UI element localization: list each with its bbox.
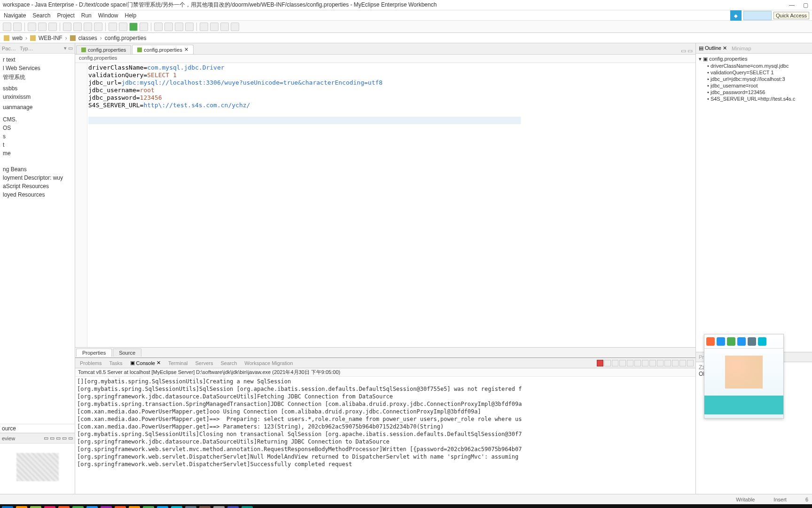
assistant-footer[interactable] [704,396,783,414]
toolbar-button[interactable] [73,23,82,31]
taskbar-app-icon[interactable] [2,506,13,508]
taskbar-app-icon[interactable] [101,506,112,508]
toolbar-button[interactable] [164,23,173,31]
toolbar-button[interactable] [84,23,92,31]
view-tab[interactable]: Pac… [2,46,16,51]
tab-source[interactable]: Source [113,349,141,357]
taskbar-app-icon[interactable] [86,506,98,508]
assistant-floating-panel[interactable] [704,334,784,419]
tree-item[interactable]: s [1,132,74,141]
tree-item[interactable]: r text [1,56,74,64]
menu-search[interactable]: Search [32,12,50,19]
tree-item[interactable]: loyed Resources [1,190,74,199]
toolbar-button[interactable] [175,23,183,31]
toolbar-button[interactable] [28,23,36,31]
console-toolbar-button[interactable] [634,360,641,366]
breadcrumb-segment[interactable]: WEB-INF [39,35,62,41]
breadcrumb-segment[interactable]: config.properties [105,35,147,41]
tree-item[interactable]: loyment Descriptor: wuy [1,174,74,182]
taskbar-app-icon[interactable] [72,506,84,508]
console-toolbar-button[interactable] [657,360,664,366]
toolbar-button[interactable] [13,23,22,31]
console-toolbar-button[interactable] [672,360,679,366]
perspective-icon[interactable]: ◆ [730,10,742,21]
outline-view[interactable]: ▾ ▣ config.properties • driverClassName=… [696,54,812,352]
tab-console[interactable]: ▣ Console ✕ [127,359,164,367]
assistant-tool-icon[interactable] [758,337,766,346]
menu-help[interactable]: Help [125,12,136,19]
package-explorer-tree[interactable]: r textl Web Services管理系统ssbbsunxinxissmu… [0,54,75,424]
toolbar-button[interactable] [63,23,71,31]
toolbar-button[interactable] [119,23,127,31]
outline-item[interactable]: • jdbc_username=root [707,82,809,89]
menu-run[interactable]: Run [81,12,92,19]
console-output[interactable]: [][org.mybatis.spring.SqlSessionUtils]Cr… [75,377,695,494]
tree-item[interactable]: ssbbs [1,84,74,93]
tree-item[interactable]: uanmanage [1,103,74,111]
toolbar-button[interactable] [154,23,163,31]
console-toolbar-button[interactable] [664,360,671,366]
taskbar-app-icon[interactable] [143,506,154,508]
assistant-tool-icon[interactable] [706,337,715,346]
breadcrumb-segment[interactable]: classes [78,35,97,41]
toolbar-button[interactable] [3,23,11,31]
menu-window[interactable]: Window [98,12,118,19]
tab-tasks[interactable]: Tasks [106,359,125,367]
tree-item[interactable]: t [1,141,74,149]
assistant-tool-icon[interactable] [748,337,756,346]
maximize-view-button[interactable] [687,360,694,366]
tab-search[interactable]: Search [218,359,240,367]
console-toolbar-button[interactable] [619,360,626,366]
tab-minimap[interactable]: Minimap [732,46,751,51]
taskbar-app-icon[interactable] [171,506,182,508]
editor-tab[interactable]: config.properties [76,45,131,54]
taskbar-app-icon[interactable] [129,506,140,508]
quick-access-label[interactable]: Quick Access [773,12,809,19]
code-editor[interactable]: driverClassName=com.mysql.jdbc.Driverval… [75,63,695,347]
tree-item[interactable]: l Web Services [1,64,74,72]
taskbar-app-icon[interactable] [44,506,55,508]
tree-item[interactable]: OS [1,124,74,132]
preview-tab[interactable]: eview [2,436,15,441]
tree-item[interactable]: 管理系统 [1,72,74,82]
toolbar-button[interactable] [220,23,229,31]
window-minimize-icon[interactable]: — [789,2,795,8]
taskbar-app-icon[interactable] [199,506,211,508]
terminate-button[interactable] [597,360,603,366]
tree-item[interactable]: unxinxissm [1,93,74,101]
taskbar-app-icon[interactable] [227,506,239,508]
console-toolbar-button[interactable] [642,360,648,366]
source-folder[interactable]: ource [0,424,75,433]
console-toolbar-button[interactable] [604,360,611,366]
outline-item[interactable]: • S4S_SERVER_URL=http://test.s4s.c [707,95,809,102]
toolbar-button[interactable] [48,23,57,31]
taskbar-app-icon[interactable] [185,506,196,508]
assistant-tool-icon[interactable] [727,337,735,346]
minimize-view-button[interactable] [679,360,686,366]
toolbar-button[interactable] [231,23,239,31]
tab-outline[interactable]: ▤ Outline ✕ [699,45,727,51]
tree-item[interactable]: ng Beans [1,165,74,174]
toolbar-button[interactable] [140,23,148,31]
taskbar-app-icon[interactable] [58,506,70,508]
tab-servers[interactable]: Servers [193,359,216,367]
view-tab[interactable]: Typ… [20,46,33,51]
editor-tab[interactable]: config.properties ✕ [132,45,193,54]
menu-project[interactable]: Project [57,12,74,19]
outline-item[interactable]: • driverClassName=com.mysql.jdbc [707,63,809,69]
toolbar-button[interactable] [38,23,47,31]
outline-item[interactable]: • jdbc_url=jdbc:mysql://localhost:3 [707,76,809,82]
toolbar-button[interactable] [200,23,208,31]
tree-item[interactable]: me [1,149,74,158]
window-maximize-icon[interactable]: ▢ [803,2,808,8]
toolbar-button[interactable] [109,23,117,31]
tab-workspace-migration[interactable]: Workspace Migration [242,359,296,367]
taskbar-app-icon[interactable] [30,506,41,508]
taskbar-app-icon[interactable] [213,506,225,508]
tab-terminal[interactable]: Terminal [165,359,191,367]
console-toolbar-button[interactable] [612,360,618,366]
quick-access-input[interactable] [743,11,772,20]
taskbar-app-icon[interactable] [157,506,168,508]
assistant-tool-icon[interactable] [717,337,725,346]
console-toolbar-button[interactable] [649,360,656,366]
